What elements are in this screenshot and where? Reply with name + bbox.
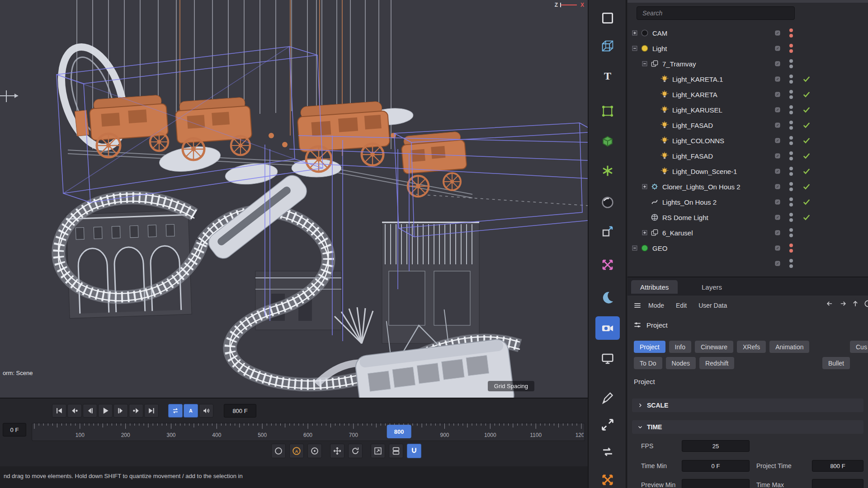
- timeline-ruler[interactable]: 100200300400500600700800900100011001200 …: [32, 423, 585, 441]
- search-input[interactable]: [637, 6, 795, 20]
- parent-up-icon[interactable]: [851, 299, 860, 308]
- autokey-circle-button[interactable]: A: [289, 444, 304, 458]
- swap-views-button[interactable]: [595, 440, 620, 464]
- layer-toggle-icon[interactable]: [774, 29, 781, 37]
- tab-bullet[interactable]: Bullet: [822, 357, 850, 369]
- visibility-dots[interactable]: [789, 151, 793, 160]
- menu-edit[interactable]: Edit: [676, 302, 687, 309]
- text-tool-button[interactable]: T: [595, 64, 620, 88]
- object-row-light-karusel[interactable]: Light_KARUSEL: [627, 102, 868, 117]
- expander-plus-icon[interactable]: [641, 183, 648, 190]
- tab-cineware[interactable]: Cineware: [695, 341, 733, 353]
- layer-toggle-icon[interactable]: [774, 152, 781, 160]
- layer-toggle-icon[interactable]: [774, 122, 781, 129]
- previous-frame-button[interactable]: [83, 404, 97, 418]
- position-record-button[interactable]: [330, 444, 344, 458]
- visibility-dots[interactable]: [789, 44, 793, 53]
- tab-info[interactable]: Info: [669, 341, 691, 353]
- field-value-time-min[interactable]: 0 F: [682, 460, 750, 472]
- tab-custom[interactable]: Cus: [850, 341, 868, 353]
- object-row-7-tramvay[interactable]: 7_Tramvay: [627, 56, 868, 71]
- enabled-check-icon[interactable]: [802, 213, 811, 222]
- menu-mode[interactable]: Mode: [648, 302, 664, 309]
- tab-to-do[interactable]: To Do: [634, 357, 662, 369]
- hamburger-icon[interactable]: [633, 301, 642, 310]
- visibility-dots[interactable]: [789, 75, 793, 84]
- record-keyframe-button[interactable]: [271, 444, 286, 458]
- visibility-dots[interactable]: [789, 59, 793, 68]
- axis-star-tool-button[interactable]: [595, 468, 620, 488]
- visibility-dots[interactable]: [789, 136, 793, 145]
- enabled-check-icon[interactable]: [802, 75, 811, 84]
- lock-icon[interactable]: [863, 299, 868, 308]
- visibility-dots[interactable]: [789, 259, 793, 268]
- wire-cube-tool-button[interactable]: [595, 34, 620, 58]
- layer-toggle-icon[interactable]: [774, 91, 781, 98]
- object-row-partial[interactable]: [627, 256, 868, 271]
- goto-start-button[interactable]: [52, 404, 66, 418]
- field-value-time-max[interactable]: [812, 479, 863, 488]
- tab-xrefs[interactable]: XRefs: [737, 341, 766, 353]
- layer-toggle-icon[interactable]: [774, 137, 781, 144]
- object-row-geo[interactable]: GEO: [627, 240, 868, 256]
- workplane-tool-button[interactable]: [595, 286, 620, 309]
- object-row-light-fasad[interactable]: Light_FASAD: [627, 117, 868, 133]
- next-frame-button[interactable]: [113, 404, 128, 418]
- object-row-cam[interactable]: CAM: [627, 25, 868, 41]
- tab-redshift[interactable]: Redshift: [699, 357, 734, 369]
- snap-star-tool-button[interactable]: [595, 159, 620, 183]
- object-row-light-kareta-1[interactable]: Light_KARETA.1: [627, 71, 868, 87]
- group-time[interactable]: TIME: [632, 420, 863, 434]
- expander-plus-icon[interactable]: [641, 229, 648, 236]
- visibility-dots[interactable]: [789, 244, 793, 253]
- layer-toggle-icon[interactable]: [774, 75, 781, 83]
- pen-tool-button[interactable]: [595, 387, 620, 410]
- layer-toggle-icon[interactable]: [774, 198, 781, 206]
- end-frame-field[interactable]: 800 F: [224, 404, 256, 418]
- next-key-button[interactable]: [129, 404, 143, 418]
- panel-tab-attributes[interactable]: Attributes: [631, 280, 678, 294]
- autokey-a-button[interactable]: A: [184, 404, 198, 418]
- start-frame-field[interactable]: 0 F: [3, 423, 26, 436]
- expander-minus-icon[interactable]: [631, 244, 638, 252]
- points-mode-button[interactable]: [595, 99, 620, 123]
- enabled-check-icon[interactable]: [802, 105, 811, 114]
- enabled-check-icon[interactable]: [802, 197, 811, 206]
- field-value-fps[interactable]: 25: [682, 440, 750, 452]
- visibility-dots[interactable]: [789, 28, 793, 38]
- tab-project[interactable]: Project: [634, 341, 665, 353]
- layer-toggle-icon[interactable]: [774, 168, 781, 175]
- history-back-icon[interactable]: [826, 299, 835, 308]
- history-forward-icon[interactable]: [838, 299, 847, 308]
- layer-toggle-icon[interactable]: [774, 45, 781, 52]
- display-tool-button[interactable]: [595, 347, 620, 371]
- snap-toggle-button[interactable]: [407, 444, 421, 458]
- object-row-cloner-lights-on-hous-2[interactable]: Cloner_Lights_On Hous 2: [627, 179, 868, 194]
- visibility-dots[interactable]: [789, 121, 793, 130]
- expander-plus-icon[interactable]: [631, 29, 638, 37]
- axis-mode-button[interactable]: [595, 220, 620, 243]
- maximize-view-button[interactable]: [595, 413, 620, 436]
- object-row-lights-on-hous-2[interactable]: Lights_On Hous 2: [627, 194, 868, 210]
- play-button[interactable]: [98, 404, 113, 418]
- layer-toggle-icon[interactable]: [774, 229, 781, 236]
- enabled-check-icon[interactable]: [802, 136, 811, 145]
- keying-options-button[interactable]: [307, 444, 322, 458]
- object-row-light-colonns[interactable]: Light_COLONNS: [627, 133, 868, 148]
- tab-animation[interactable]: Animation: [769, 341, 809, 353]
- enabled-check-icon[interactable]: [802, 182, 811, 191]
- visibility-dots[interactable]: [789, 228, 793, 237]
- frame-tool-button[interactable]: [595, 6, 620, 30]
- loop-button[interactable]: [168, 404, 183, 418]
- visibility-dots[interactable]: [789, 182, 793, 191]
- sound-button[interactable]: [199, 404, 213, 418]
- field-value-project-time[interactable]: 800 F: [812, 460, 863, 472]
- expander-minus-icon[interactable]: [641, 60, 648, 67]
- previous-key-button[interactable]: [67, 404, 82, 418]
- viewport-3d[interactable]: Z X orm: Scene Grid Spacing: [0, 0, 588, 398]
- scrollbar-horizontal[interactable]: [627, 0, 868, 3]
- enabled-check-icon[interactable]: [802, 151, 811, 160]
- layer-toggle-icon[interactable]: [774, 60, 781, 67]
- object-row-light[interactable]: Light: [627, 41, 868, 56]
- enabled-check-icon[interactable]: [802, 121, 811, 130]
